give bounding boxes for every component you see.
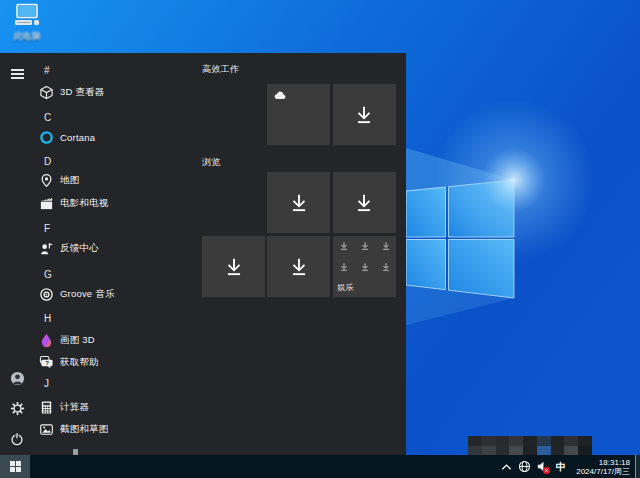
power-icon bbox=[10, 432, 24, 446]
start-menu: # 3D 查看器 C Cortana D 地图 电影和电视 bbox=[0, 53, 406, 455]
app-tile-pending-download-2[interactable] bbox=[267, 172, 330, 233]
app-label: 画图 3D bbox=[60, 334, 95, 347]
feedback-hub-icon bbox=[38, 240, 54, 256]
app-item-feedback-hub[interactable]: 反馈中心 bbox=[30, 238, 198, 258]
app-tile-onedrive[interactable] bbox=[267, 84, 330, 145]
app-item-paint-3d[interactable]: 画图 3D bbox=[30, 330, 198, 350]
show-desktop-button[interactable] bbox=[635, 455, 640, 478]
download-icon bbox=[288, 192, 310, 214]
section-letter-h[interactable]: H bbox=[30, 308, 198, 328]
app-item-cortana[interactable]: Cortana bbox=[30, 127, 198, 147]
windows-logo-icon bbox=[10, 461, 21, 472]
tile-area: 高效工作 浏览 娱乐 bbox=[202, 53, 398, 455]
app-item-snip-sketch[interactable]: 截图和草图 bbox=[30, 419, 198, 439]
mini-download-icon bbox=[381, 262, 391, 272]
gear-icon bbox=[10, 401, 25, 416]
download-icon bbox=[353, 192, 375, 214]
app-item-movies-tv[interactable]: 电影和电视 bbox=[30, 193, 198, 213]
globe-icon bbox=[518, 460, 531, 473]
start-button[interactable] bbox=[0, 455, 30, 478]
folder-tile-entertainment[interactable]: 娱乐 bbox=[333, 236, 396, 297]
censored-tiles-region[interactable] bbox=[468, 436, 592, 455]
volume-muted-badge bbox=[543, 467, 550, 474]
user-account-button[interactable] bbox=[6, 370, 28, 390]
system-tray: 中 18:31:18 2024/7/17/周三 bbox=[499, 455, 640, 478]
network-button[interactable] bbox=[517, 458, 532, 476]
movies-tv-icon bbox=[38, 195, 54, 211]
clock-date: 2024/7/17/周三 bbox=[572, 467, 630, 476]
app-tile-pending-download-3[interactable] bbox=[333, 172, 396, 233]
app-label: Cortana bbox=[60, 132, 95, 143]
svg-text:?: ? bbox=[45, 359, 49, 366]
snip-sketch-icon bbox=[38, 421, 54, 437]
mini-download-icon bbox=[381, 241, 391, 251]
section-letter-f[interactable]: F bbox=[30, 218, 198, 238]
clock-time: 18:31:18 bbox=[572, 458, 630, 467]
section-letter-j[interactable]: J bbox=[30, 373, 198, 393]
this-pc-icon bbox=[12, 3, 42, 29]
app-list: # 3D 查看器 C Cortana D 地图 电影和电视 bbox=[30, 53, 200, 455]
desktop-icon-this-pc[interactable]: 此电脑 bbox=[4, 3, 50, 43]
mini-download-icon bbox=[360, 241, 370, 251]
app-label: 电影和电视 bbox=[60, 197, 109, 210]
maps-icon bbox=[38, 172, 54, 188]
hidden-icons-button[interactable] bbox=[499, 458, 514, 476]
app-label: 获取帮助 bbox=[60, 356, 99, 369]
hamburger-icon bbox=[6, 69, 28, 79]
app-tile-pending-download-1[interactable] bbox=[333, 84, 396, 145]
chevron-up-icon bbox=[501, 463, 512, 471]
app-label: 3D 查看器 bbox=[60, 86, 104, 99]
calculator-icon bbox=[38, 399, 54, 415]
tile-group-title-productivity[interactable]: 高效工作 bbox=[202, 63, 239, 76]
section-letter-hash[interactable]: # bbox=[30, 60, 198, 80]
app-item-calculator[interactable]: 计算器 bbox=[30, 397, 198, 417]
app-label: 反馈中心 bbox=[60, 242, 99, 255]
app-item-maps[interactable]: 地图 bbox=[30, 170, 198, 190]
section-letter-d[interactable]: D bbox=[30, 151, 198, 171]
app-tile-pending-download-5[interactable] bbox=[267, 236, 330, 297]
app-label: 截图和草图 bbox=[60, 423, 109, 436]
user-avatar-icon bbox=[10, 371, 25, 386]
mini-download-icon bbox=[339, 241, 349, 251]
get-help-icon: ? bbox=[38, 354, 54, 370]
app-label: Groove 音乐 bbox=[60, 288, 115, 301]
app-tile-pending-download-4[interactable] bbox=[202, 236, 265, 297]
download-icon bbox=[353, 104, 375, 126]
paint-3d-icon bbox=[38, 332, 54, 348]
3d-viewer-icon bbox=[38, 84, 54, 100]
mini-download-icon bbox=[339, 262, 349, 272]
app-item-groove-music[interactable]: Groove 音乐 bbox=[30, 284, 198, 304]
onedrive-cloud-icon bbox=[273, 90, 287, 100]
download-icon bbox=[223, 256, 245, 278]
hamburger-menu-button[interactable] bbox=[6, 64, 28, 84]
settings-button[interactable] bbox=[6, 400, 28, 420]
app-item-get-help[interactable]: ? 获取帮助 bbox=[30, 352, 198, 372]
this-pc-label: 此电脑 bbox=[4, 30, 50, 43]
mini-download-icon bbox=[360, 262, 370, 272]
download-icon bbox=[288, 256, 310, 278]
taskbar: 中 18:31:18 2024/7/17/周三 bbox=[0, 455, 640, 478]
folder-tile-label: 娱乐 bbox=[338, 282, 354, 293]
volume-button[interactable] bbox=[535, 458, 550, 476]
taskbar-clock[interactable]: 18:31:18 2024/7/17/周三 bbox=[572, 458, 632, 476]
cortana-icon bbox=[38, 129, 54, 145]
groove-music-icon bbox=[38, 286, 54, 302]
app-label: 计算器 bbox=[60, 401, 89, 414]
section-letter-g[interactable]: G bbox=[30, 264, 198, 284]
app-item-3d-viewer[interactable]: 3D 查看器 bbox=[30, 82, 198, 102]
ime-mode-button[interactable]: 中 bbox=[553, 458, 569, 476]
app-label: 地图 bbox=[60, 174, 79, 187]
section-letter-c[interactable]: C bbox=[30, 107, 198, 127]
power-button[interactable] bbox=[6, 430, 28, 450]
tile-group-title-explore[interactable]: 浏览 bbox=[202, 156, 221, 169]
